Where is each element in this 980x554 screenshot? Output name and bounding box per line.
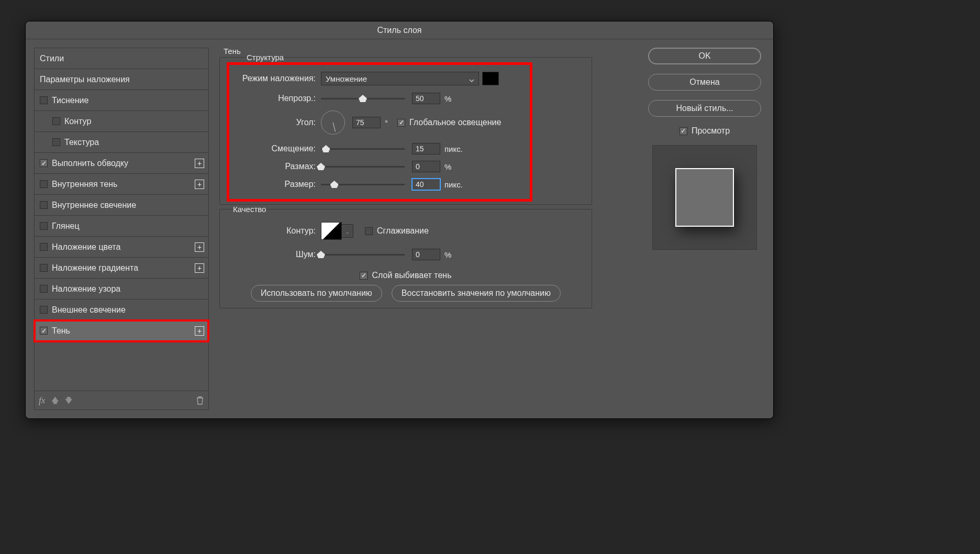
sidebar-item-stroke[interactable]: Выполнить обводку [35,153,208,174]
quality-title: Качество [233,205,266,214]
add-effect-icon[interactable] [195,159,204,168]
move-up-icon[interactable] [51,397,59,404]
sidebar-item-label: Выполнить обводку [52,159,128,168]
size-input[interactable] [412,179,440,190]
opacity-input[interactable] [412,93,440,104]
checkbox-icon[interactable] [40,306,48,314]
spread-unit: % [444,162,451,171]
global-light-checkbox[interactable] [397,119,405,127]
sidebar-item-color-overlay[interactable]: Наложение цвета [35,237,208,258]
sidebar-item-contour[interactable]: Контур [35,111,208,132]
sidebar-item-label: Внешнее свечение [52,305,126,315]
checkbox-icon[interactable] [40,96,48,104]
chevron-down-icon [346,228,349,234]
noise-slider[interactable] [321,249,405,260]
checkbox-icon[interactable] [40,327,48,335]
sidebar-item-bevel[interactable]: Тиснение [35,90,208,111]
checkbox-icon[interactable] [40,201,48,209]
angle-dial[interactable] [321,110,345,135]
checkbox-icon[interactable] [52,138,60,146]
fx-icon[interactable]: fx [39,395,45,406]
contour-dropdown[interactable] [342,224,353,238]
checkbox-icon[interactable] [40,264,48,272]
sidebar-item-label: Внутренняя тень [52,180,117,189]
angle-label: Угол: [233,118,321,127]
checkbox-icon[interactable] [40,180,48,188]
sidebar-item-pattern-overlay[interactable]: Наложение узора [35,279,208,300]
add-effect-icon[interactable] [195,263,204,273]
distance-slider[interactable] [321,143,405,154]
distance-input[interactable] [412,143,440,154]
contour-label: Контур: [233,226,321,236]
sidebar-item-label: Наложение градиента [52,263,138,273]
dialog-title: Стиль слоя [26,21,773,39]
sidebar-item-texture[interactable]: Текстура [35,132,208,153]
antialias-label: Сглаживание [377,226,429,236]
knockout-label: Слой выбивает тень [372,271,451,280]
make-default-button[interactable]: Использовать по умолчанию [251,285,382,302]
sidebar-styles-header-label: Стили [40,54,64,63]
contour-preset[interactable] [321,222,342,240]
structure-title: Структура [247,53,284,62]
sidebar-item-satin[interactable]: Глянец [35,216,208,237]
angle-unit: ° [385,118,388,127]
sidebar-item-outer-glow[interactable]: Внешнее свечение [35,300,208,320]
size-slider[interactable] [321,179,405,190]
reset-default-button[interactable]: Восстановить значения по умолчанию [392,285,561,302]
preview-toggle[interactable]: Просмотр [680,126,730,136]
ok-button[interactable]: OK [648,48,761,64]
sidebar-item-label: Внутреннее свечение [52,201,136,210]
global-light-label: Глобальное освещение [409,118,501,127]
noise-label: Шум: [233,250,321,259]
dialog-actions: OK Отмена Новый стиль... Просмотр [644,48,765,410]
sidebar-item-label: Глянец [52,221,80,231]
spread-input[interactable] [412,161,440,172]
sidebar-item-label: Наложение узора [52,284,120,294]
checkbox-icon[interactable] [40,243,48,251]
preview-swatch [675,168,734,227]
angle-input[interactable] [352,117,381,128]
new-style-button[interactable]: Новый стиль... [648,100,761,117]
effects-sidebar: Стили Параметры наложения Тиснение Конту… [34,48,209,410]
cancel-button[interactable]: Отмена [648,74,761,91]
sidebar-item-label: Наложение цвета [52,242,120,252]
sidebar-item-label: Тиснение [52,96,88,105]
blend-mode-value: Умножение [326,74,367,83]
sidebar-item-drop-shadow[interactable]: Тень [35,320,208,341]
sidebar-styles-header[interactable]: Стили [35,48,208,69]
checkbox-icon[interactable] [52,117,60,125]
blend-mode-dropdown[interactable]: Умножение [321,72,479,85]
checkbox-icon[interactable] [40,159,48,167]
add-effect-icon[interactable] [195,242,204,252]
knockout-checkbox[interactable] [360,272,368,280]
noise-unit: % [444,250,451,259]
opacity-unit: % [444,94,451,103]
chevron-down-icon [469,76,474,81]
opacity-slider[interactable] [321,93,405,104]
sidebar-item-inner-shadow[interactable]: Внутренняя тень [35,174,208,195]
panel-section-title: Тень [224,47,241,56]
checkbox-icon[interactable] [40,222,48,230]
size-label: Размер: [233,180,321,189]
shadow-color-swatch[interactable] [482,72,499,85]
sidebar-blend-options-label: Параметры наложения [40,75,130,84]
sidebar-item-label: Контур [64,117,91,126]
antialias-checkbox[interactable] [365,227,373,235]
sidebar-item-label: Тень [52,326,70,336]
opacity-label: Непрозр.: [233,94,321,103]
sidebar-item-label: Текстура [64,138,99,147]
sidebar-item-inner-glow[interactable]: Внутреннее свечение [35,195,208,216]
spread-label: Размах: [233,162,321,171]
add-effect-icon[interactable] [195,180,204,189]
checkbox-icon[interactable] [40,285,48,293]
spread-slider[interactable] [321,161,405,172]
move-down-icon[interactable] [65,397,72,404]
sidebar-footer: fx [34,391,209,410]
sidebar-blend-options[interactable]: Параметры наложения [35,69,208,90]
preview-checkbox[interactable] [680,127,687,135]
sidebar-item-gradient-overlay[interactable]: Наложение градиента [35,258,208,279]
blend-mode-label: Режим наложения: [233,74,321,83]
trash-icon[interactable] [196,396,204,405]
add-effect-icon[interactable] [195,326,204,336]
noise-input[interactable] [412,249,440,260]
